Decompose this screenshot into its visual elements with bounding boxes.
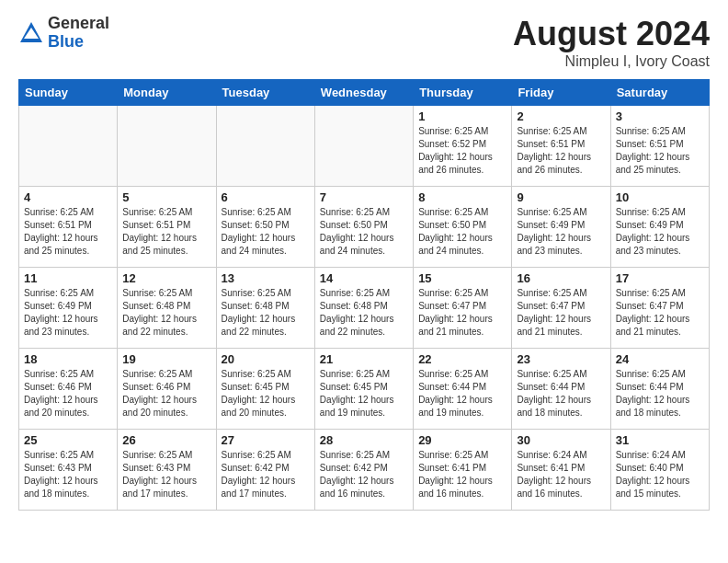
table-row: 27Sunrise: 6:25 AM Sunset: 6:42 PM Dayli… xyxy=(216,430,314,511)
col-thursday: Thursday xyxy=(414,80,512,106)
day-number: 28 xyxy=(320,433,408,447)
day-number: 9 xyxy=(517,190,605,204)
logo-general: General xyxy=(48,15,109,33)
calendar-week-row: 4Sunrise: 6:25 AM Sunset: 6:51 PM Daylig… xyxy=(19,187,710,268)
day-info: Sunrise: 6:25 AM Sunset: 6:50 PM Dayligh… xyxy=(320,206,408,258)
day-number: 26 xyxy=(122,433,210,447)
day-info: Sunrise: 6:24 AM Sunset: 6:41 PM Dayligh… xyxy=(517,449,605,500)
day-info: Sunrise: 6:25 AM Sunset: 6:46 PM Dayligh… xyxy=(24,368,112,419)
day-number: 2 xyxy=(517,109,605,123)
title-area: August 2024 Nimpleu I, Ivory Coast xyxy=(513,15,710,70)
day-info: Sunrise: 6:25 AM Sunset: 6:49 PM Dayligh… xyxy=(517,206,605,258)
day-info: Sunrise: 6:25 AM Sunset: 6:50 PM Dayligh… xyxy=(418,206,506,258)
table-row: 8Sunrise: 6:25 AM Sunset: 6:50 PM Daylig… xyxy=(414,187,512,268)
day-number: 23 xyxy=(517,352,605,366)
day-info: Sunrise: 6:25 AM Sunset: 6:41 PM Dayligh… xyxy=(418,449,506,500)
day-info: Sunrise: 6:24 AM Sunset: 6:40 PM Dayligh… xyxy=(616,449,704,500)
col-friday: Friday xyxy=(512,80,610,106)
day-number: 8 xyxy=(418,190,506,204)
logo-blue: Blue xyxy=(48,33,109,52)
main-title: August 2024 xyxy=(513,15,710,53)
table-row xyxy=(118,106,216,187)
day-info: Sunrise: 6:25 AM Sunset: 6:51 PM Dayligh… xyxy=(122,206,210,258)
day-info: Sunrise: 6:25 AM Sunset: 6:45 PM Dayligh… xyxy=(222,368,310,419)
page: General Blue August 2024 Nimpleu I, Ivor… xyxy=(0,0,728,563)
day-info: Sunrise: 6:25 AM Sunset: 6:51 PM Dayligh… xyxy=(616,125,704,177)
day-number: 17 xyxy=(616,271,704,285)
subtitle: Nimpleu I, Ivory Coast xyxy=(513,53,710,70)
day-info: Sunrise: 6:25 AM Sunset: 6:44 PM Dayligh… xyxy=(517,368,605,419)
table-row: 13Sunrise: 6:25 AM Sunset: 6:48 PM Dayli… xyxy=(216,268,314,349)
table-row: 28Sunrise: 6:25 AM Sunset: 6:42 PM Dayli… xyxy=(314,430,413,511)
table-row: 19Sunrise: 6:25 AM Sunset: 6:46 PM Dayli… xyxy=(118,349,216,430)
table-row: 14Sunrise: 6:25 AM Sunset: 6:48 PM Dayli… xyxy=(314,268,413,349)
table-row xyxy=(19,106,118,187)
day-number: 10 xyxy=(616,190,704,204)
logo: General Blue xyxy=(18,15,109,52)
day-info: Sunrise: 6:25 AM Sunset: 6:42 PM Dayligh… xyxy=(320,449,408,500)
day-number: 5 xyxy=(122,190,210,204)
table-row: 18Sunrise: 6:25 AM Sunset: 6:46 PM Dayli… xyxy=(19,349,118,430)
col-wednesday: Wednesday xyxy=(314,80,413,106)
day-info: Sunrise: 6:25 AM Sunset: 6:52 PM Dayligh… xyxy=(418,125,506,177)
day-number: 24 xyxy=(616,352,704,366)
day-info: Sunrise: 6:25 AM Sunset: 6:43 PM Dayligh… xyxy=(122,449,210,500)
day-info: Sunrise: 6:25 AM Sunset: 6:48 PM Dayligh… xyxy=(320,287,408,339)
table-row: 30Sunrise: 6:24 AM Sunset: 6:41 PM Dayli… xyxy=(512,430,610,511)
day-info: Sunrise: 6:25 AM Sunset: 6:42 PM Dayligh… xyxy=(222,449,310,500)
day-info: Sunrise: 6:25 AM Sunset: 6:46 PM Dayligh… xyxy=(122,368,210,419)
table-row xyxy=(314,106,413,187)
table-row: 26Sunrise: 6:25 AM Sunset: 6:43 PM Dayli… xyxy=(118,430,216,511)
day-number: 29 xyxy=(418,433,506,447)
table-row: 23Sunrise: 6:25 AM Sunset: 6:44 PM Dayli… xyxy=(512,349,610,430)
table-row: 7Sunrise: 6:25 AM Sunset: 6:50 PM Daylig… xyxy=(314,187,413,268)
table-row: 31Sunrise: 6:24 AM Sunset: 6:40 PM Dayli… xyxy=(610,430,709,511)
day-info: Sunrise: 6:25 AM Sunset: 6:50 PM Dayligh… xyxy=(222,206,310,258)
day-number: 30 xyxy=(517,433,605,447)
day-info: Sunrise: 6:25 AM Sunset: 6:47 PM Dayligh… xyxy=(517,287,605,339)
table-row: 4Sunrise: 6:25 AM Sunset: 6:51 PM Daylig… xyxy=(19,187,118,268)
day-number: 12 xyxy=(122,271,210,285)
day-number: 3 xyxy=(616,109,704,123)
day-number: 15 xyxy=(418,271,506,285)
table-row: 17Sunrise: 6:25 AM Sunset: 6:47 PM Dayli… xyxy=(610,268,709,349)
calendar: Sunday Monday Tuesday Wednesday Thursday… xyxy=(18,79,710,511)
day-info: Sunrise: 6:25 AM Sunset: 6:51 PM Dayligh… xyxy=(24,206,112,258)
day-number: 16 xyxy=(517,271,605,285)
day-number: 20 xyxy=(222,352,310,366)
col-tuesday: Tuesday xyxy=(216,80,314,106)
table-row: 10Sunrise: 6:25 AM Sunset: 6:49 PM Dayli… xyxy=(610,187,709,268)
day-number: 11 xyxy=(24,271,112,285)
header: General Blue August 2024 Nimpleu I, Ivor… xyxy=(18,15,710,70)
day-info: Sunrise: 6:25 AM Sunset: 6:44 PM Dayligh… xyxy=(418,368,506,419)
table-row: 3Sunrise: 6:25 AM Sunset: 6:51 PM Daylig… xyxy=(610,106,709,187)
day-number: 18 xyxy=(24,352,112,366)
table-row: 9Sunrise: 6:25 AM Sunset: 6:49 PM Daylig… xyxy=(512,187,610,268)
col-saturday: Saturday xyxy=(610,80,709,106)
day-info: Sunrise: 6:25 AM Sunset: 6:48 PM Dayligh… xyxy=(122,287,210,339)
day-number: 25 xyxy=(24,433,112,447)
day-info: Sunrise: 6:25 AM Sunset: 6:47 PM Dayligh… xyxy=(418,287,506,339)
day-number: 6 xyxy=(222,190,310,204)
col-sunday: Sunday xyxy=(19,80,118,106)
table-row: 25Sunrise: 6:25 AM Sunset: 6:43 PM Dayli… xyxy=(19,430,118,511)
day-info: Sunrise: 6:25 AM Sunset: 6:49 PM Dayligh… xyxy=(24,287,112,339)
table-row: 24Sunrise: 6:25 AM Sunset: 6:44 PM Dayli… xyxy=(610,349,709,430)
calendar-week-row: 11Sunrise: 6:25 AM Sunset: 6:49 PM Dayli… xyxy=(19,268,710,349)
table-row: 2Sunrise: 6:25 AM Sunset: 6:51 PM Daylig… xyxy=(512,106,610,187)
table-row: 22Sunrise: 6:25 AM Sunset: 6:44 PM Dayli… xyxy=(414,349,512,430)
day-info: Sunrise: 6:25 AM Sunset: 6:51 PM Dayligh… xyxy=(517,125,605,177)
day-number: 13 xyxy=(222,271,310,285)
day-number: 21 xyxy=(320,352,408,366)
calendar-header-row: Sunday Monday Tuesday Wednesday Thursday… xyxy=(19,80,710,106)
day-info: Sunrise: 6:25 AM Sunset: 6:43 PM Dayligh… xyxy=(24,449,112,500)
day-info: Sunrise: 6:25 AM Sunset: 6:44 PM Dayligh… xyxy=(616,368,704,419)
table-row xyxy=(216,106,314,187)
calendar-week-row: 1Sunrise: 6:25 AM Sunset: 6:52 PM Daylig… xyxy=(19,106,710,187)
day-number: 31 xyxy=(616,433,704,447)
table-row: 16Sunrise: 6:25 AM Sunset: 6:47 PM Dayli… xyxy=(512,268,610,349)
col-monday: Monday xyxy=(118,80,216,106)
day-info: Sunrise: 6:25 AM Sunset: 6:47 PM Dayligh… xyxy=(616,287,704,339)
day-number: 22 xyxy=(418,352,506,366)
table-row: 6Sunrise: 6:25 AM Sunset: 6:50 PM Daylig… xyxy=(216,187,314,268)
